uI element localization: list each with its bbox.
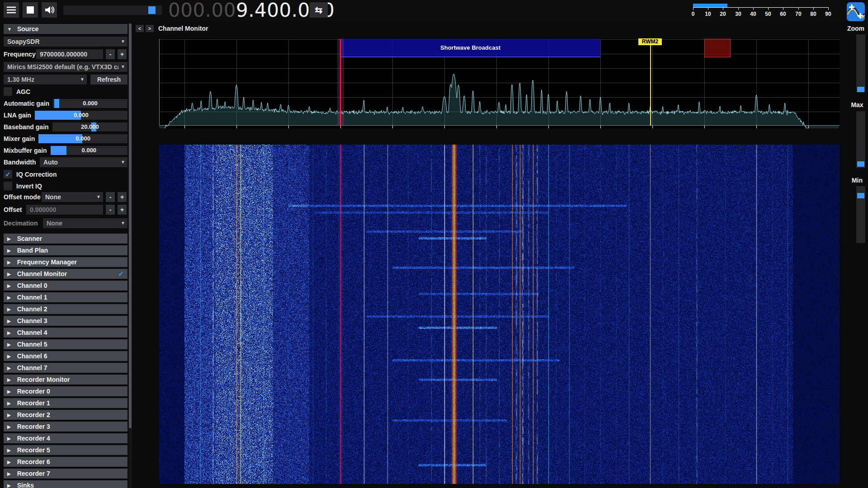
enabled-check-icon: ✓: [118, 270, 124, 278]
gain-row: Mixbuffer gain 0.000: [4, 145, 127, 155]
zoom-slider-handle[interactable]: [857, 87, 864, 92]
menu-section-label: Frequency Manager: [17, 258, 77, 266]
rwm2-marker-label[interactable]: RWM2: [638, 38, 662, 45]
collapsed-triangle-icon: ▶: [7, 366, 11, 371]
menu-section[interactable]: ▶ Recorder 5: [4, 445, 127, 455]
snr-meter: 0102030405060708090: [693, 3, 833, 20]
menu-section[interactable]: ▶ Channel 3: [4, 316, 127, 326]
zoom-slider[interactable]: [856, 34, 865, 92]
gain-slider[interactable]: 0.000: [51, 146, 127, 155]
menu-section[interactable]: ▶ Channel Monitor ✓: [4, 269, 127, 279]
menu-section-label: Recorder 0: [17, 388, 50, 395]
iq-correction-checkbox[interactable]: ✓: [4, 170, 12, 178]
band-shortwave-broadcast: Shortwave Broadcast: [340, 39, 600, 57]
max-slider[interactable]: [856, 111, 865, 168]
offset-mode-decrement-button[interactable]: -: [106, 192, 115, 202]
speaker-icon: [44, 5, 54, 14]
collapsed-triangle-icon: ▶: [7, 389, 11, 394]
waterfall-canvas[interactable]: [159, 145, 840, 484]
snr-meter-fill: [693, 4, 727, 7]
collapsed-triangle-icon: ▶: [7, 272, 11, 277]
menu-section-label: Recorder 5: [17, 446, 50, 454]
stop-button[interactable]: [23, 2, 38, 18]
snr-meter-baseline: [693, 7, 829, 8]
tuning-mode-button[interactable]: ⇆: [310, 2, 328, 18]
max-label: Max: [847, 101, 867, 108]
menu-section-label: Recorder 1: [17, 399, 50, 407]
volume-slider[interactable]: [63, 5, 162, 15]
snr-tick-label: 70: [793, 11, 804, 17]
snr-tick: [813, 7, 814, 10]
collapsed-triangle-icon: ▶: [7, 413, 11, 418]
menu-section[interactable]: ▶ Channel 0: [4, 281, 127, 291]
band-ham-30m: [704, 39, 731, 57]
menu-section-label: Recorder Monitor: [17, 376, 70, 383]
menu-section[interactable]: ▶ Recorder 4: [4, 433, 127, 443]
menu-section[interactable]: ▶ Channel 7: [4, 363, 127, 373]
menu-section[interactable]: ▶ Recorder 7: [4, 469, 127, 479]
offset-mode-increment-button[interactable]: +: [118, 192, 127, 202]
menu-section-label: Recorder 3: [17, 423, 50, 430]
menu-section-label: Recorder 4: [17, 435, 50, 442]
menu-section-label: Sinks: [17, 482, 34, 488]
offset-mode-label: Offset mode: [4, 193, 41, 201]
menu-section[interactable]: ▶ Recorder 0: [4, 386, 127, 396]
tab-next-button[interactable]: >: [146, 25, 154, 32]
collapsed-triangle-icon: ▶: [7, 354, 11, 359]
topbar: 000.009.400.000 ⇆ 0102030405060708090: [0, 0, 868, 23]
volume-slider-handle[interactable]: [148, 6, 156, 14]
menu-section[interactable]: ▶ Channel 1: [4, 292, 127, 302]
tab-title: Channel Monitor: [158, 25, 208, 32]
menu-section[interactable]: ▶ Recorder 6: [4, 457, 127, 467]
invert-iq-checkbox[interactable]: [4, 182, 12, 190]
collapsed-triangle-icon: ▶: [7, 248, 11, 253]
zoom-label: Zoom: [846, 25, 866, 32]
offset-decrement-button[interactable]: -: [106, 205, 115, 215]
frequency-dim-digits: 000.00: [168, 0, 236, 21]
tab-prev-button[interactable]: <: [136, 25, 144, 32]
menu-section[interactable]: ▶ Channel 2: [4, 304, 127, 314]
menu-section-label: Recorder 6: [17, 458, 50, 465]
collapsed-triangle-icon: ▶: [7, 283, 11, 288]
offset-increment-button[interactable]: +: [118, 205, 127, 215]
collapsed-triangle-icon: ▶: [7, 236, 11, 241]
menu-section[interactable]: ▶ Channel 5: [4, 339, 127, 349]
menu-button[interactable]: [4, 2, 19, 18]
snr-tick-label: 40: [748, 11, 759, 17]
source-header[interactable]: ▼ Source: [4, 24, 127, 34]
menu-section[interactable]: ▶ Scanner: [4, 234, 127, 244]
snr-tick-label: 20: [717, 11, 728, 17]
menu-section[interactable]: ▶ Sinks: [4, 480, 127, 488]
snr-tick: [708, 7, 708, 10]
rwm2-marker-line: [650, 45, 651, 126]
snr-tick: [753, 7, 754, 10]
sdrpp-logo-icon[interactable]: [846, 2, 865, 22]
menu-section[interactable]: ▶ Frequency Manager: [4, 257, 127, 267]
menu-section[interactable]: ▶ Recorder 2: [4, 410, 127, 420]
iq-correction-label: IQ Correction: [16, 171, 57, 178]
volume-button[interactable]: [42, 2, 57, 18]
menu-section-label: Channel 3: [17, 317, 47, 324]
collapsed-triangle-icon: ▶: [7, 295, 11, 300]
menu-section[interactable]: ▶ Channel 6: [4, 351, 127, 361]
decimation-label: Decimation: [4, 220, 38, 227]
menu-section-label: Recorder 2: [17, 411, 50, 418]
snr-tick: [723, 7, 723, 10]
collapsed-triangle-icon: ▶: [7, 436, 11, 441]
menu-section-label: Channel Monitor: [17, 270, 67, 277]
max-slider-handle[interactable]: [857, 161, 864, 167]
menu-section[interactable]: ▶ Channel 4: [4, 328, 127, 338]
bandwidth-combo[interactable]: Auto▼: [40, 157, 127, 167]
decimation-combo[interactable]: None▼: [43, 218, 127, 228]
menu-section[interactable]: ▶ Recorder 1: [4, 398, 127, 408]
source-header-label: Source: [17, 25, 38, 33]
menu-section[interactable]: ▶ Recorder Monitor: [4, 375, 127, 385]
offset-input[interactable]: 0.000000: [26, 205, 103, 215]
chevron-down-icon: ▼: [96, 194, 101, 199]
min-slider-handle[interactable]: [857, 193, 864, 198]
menu-section[interactable]: ▶ Recorder 3: [4, 422, 127, 432]
min-slider[interactable]: [856, 186, 865, 243]
sdrpp-window: 000.009.400.000 ⇆ 0102030405060708090 ▼ …: [0, 0, 868, 488]
offset-mode-combo[interactable]: None▼: [42, 192, 103, 202]
menu-section[interactable]: ▶ Band Plan: [4, 245, 127, 255]
